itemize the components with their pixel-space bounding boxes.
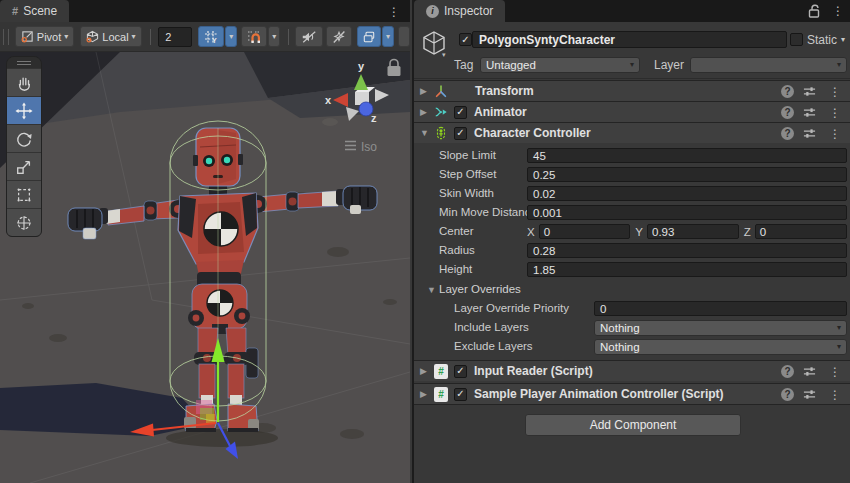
static-checkbox[interactable] xyxy=(790,33,803,46)
move-tool-button[interactable] xyxy=(7,96,41,124)
layer-override-priority-field[interactable]: 0 xyxy=(594,301,847,316)
center-z-field[interactable]: 0 xyxy=(755,224,847,239)
slope-limit-field[interactable]: 45 xyxy=(527,148,847,163)
toolbar-drag-handle-icon[interactable] xyxy=(3,29,9,45)
hand-tool-button[interactable] xyxy=(7,68,41,96)
component-menu-kebab-icon[interactable]: ⋮ xyxy=(825,105,845,121)
help-icon[interactable]: ? xyxy=(781,85,794,98)
height-field[interactable]: 1.85 xyxy=(527,262,847,277)
help-icon[interactable]: ? xyxy=(781,365,794,378)
unity-editor: # Scene ⋮ Pivot ▾ Lo xyxy=(0,0,850,483)
scene-visibility-button[interactable] xyxy=(357,26,381,47)
snap-options-dropdown[interactable]: ▾ xyxy=(268,26,280,47)
component-header-animator[interactable]: ▶ ✓ Animator ? ⋮ xyxy=(414,101,850,122)
icon-picker-chevron[interactable]: ▾ xyxy=(442,51,446,59)
chevron-down-icon: ▾ xyxy=(229,33,233,41)
transform-tool-button[interactable] xyxy=(7,208,41,236)
property-row-skin-width: Skin Width 0.02 xyxy=(414,185,850,204)
property-row-radius: Radius 0.28 xyxy=(414,242,850,261)
tab-scene[interactable]: # Scene xyxy=(0,0,69,22)
rotate-tool-button[interactable] xyxy=(7,124,41,152)
presets-icon[interactable] xyxy=(803,85,816,98)
component-header-character-controller[interactable]: ▼ ✓ Character Controller ? ⋮ xyxy=(414,122,850,143)
property-row-slope-limit: Slope Limit 45 xyxy=(414,147,850,166)
component-header-sample-player-animation-controller[interactable]: ▶ # ✓ Sample Player Animation Controller… xyxy=(414,383,850,404)
foldout-icon[interactable]: ▶ xyxy=(420,366,430,376)
visibility-options-dropdown[interactable]: ▾ xyxy=(382,26,394,47)
scene-effects-muted-button[interactable] xyxy=(326,26,352,47)
snap-settings-button[interactable] xyxy=(241,26,267,47)
component-label: Transform xyxy=(475,84,534,98)
tab-inspector[interactable]: i Inspector xyxy=(414,0,505,22)
grid-options-dropdown[interactable]: ▾ xyxy=(225,26,237,47)
input-reader-enabled-checkbox[interactable]: ✓ xyxy=(454,365,467,378)
component-menu-kebab-icon[interactable]: ⋮ xyxy=(825,387,845,403)
chevron-down-icon: ▾ xyxy=(272,33,276,41)
scale-tool-button[interactable] xyxy=(7,152,41,180)
component-header-input-reader[interactable]: ▶ # ✓ Input Reader (Script) ? ⋮ xyxy=(414,360,850,381)
script-icon: # xyxy=(433,386,449,402)
foldout-icon[interactable]: ▶ xyxy=(420,86,430,96)
scene-menu-kebab-icon[interactable]: ⋮ xyxy=(384,4,404,20)
property-row-center: Center X 0 Y 0.93 Z 0 xyxy=(414,223,850,242)
presets-icon[interactable] xyxy=(803,127,816,140)
skin-width-field[interactable]: 0.02 xyxy=(527,186,847,201)
iso-label: Iso xyxy=(361,140,377,154)
unlock-icon[interactable] xyxy=(808,4,820,18)
exclude-layers-dropdown[interactable]: Nothing ▾ xyxy=(594,339,847,355)
include-layers-dropdown[interactable]: Nothing ▾ xyxy=(594,320,847,336)
animator-icon xyxy=(433,104,449,120)
presets-icon[interactable] xyxy=(803,106,816,119)
static-options-chevron[interactable]: ▾ xyxy=(841,36,845,44)
tag-dropdown[interactable]: Untagged ▾ xyxy=(480,57,640,73)
add-component-button[interactable]: Add Component xyxy=(525,414,741,436)
inspector-tabbar: i Inspector ⋮ xyxy=(414,0,850,22)
grid-visibility-button[interactable]: Y xyxy=(198,26,224,47)
chevron-down-icon: ▾ xyxy=(386,33,390,41)
clipped-toolbar-button[interactable] xyxy=(398,26,410,47)
center-x-field[interactable]: 0 xyxy=(539,224,631,239)
component-header-transform[interactable]: ▶ Transform ? ⋮ xyxy=(414,80,850,101)
inspector-menu-kebab-icon[interactable]: ⋮ xyxy=(828,3,848,19)
center-y-field[interactable]: 0.93 xyxy=(647,224,739,239)
move-icon xyxy=(15,102,33,120)
component-menu-kebab-icon[interactable]: ⋮ xyxy=(825,126,845,142)
presets-icon[interactable] xyxy=(803,365,816,378)
chevron-down-icon: ▾ xyxy=(132,33,136,41)
component-menu-kebab-icon[interactable]: ⋮ xyxy=(825,84,845,100)
foldout-icon[interactable]: ▼ xyxy=(420,128,430,138)
component-menu-kebab-icon[interactable]: ⋮ xyxy=(825,364,845,380)
gameobject-name-field[interactable]: PolygonSyntyCharacter xyxy=(472,31,787,48)
help-icon[interactable]: ? xyxy=(781,106,794,119)
layer-overrides-foldout[interactable]: ▼ Layer Overrides xyxy=(414,281,850,300)
scene-tabbar: # Scene ⋮ xyxy=(0,0,410,22)
animator-enabled-checkbox[interactable]: ✓ xyxy=(454,106,467,119)
scene-audio-muted-button[interactable] xyxy=(295,26,323,47)
foldout-icon[interactable]: ▶ xyxy=(420,389,430,399)
layer-dropdown[interactable]: ▾ xyxy=(690,57,847,73)
pivot-icon xyxy=(21,30,34,43)
help-icon[interactable]: ? xyxy=(781,127,794,140)
foldout-icon[interactable]: ▶ xyxy=(420,107,430,117)
cc-enabled-checkbox[interactable]: ✓ xyxy=(454,127,467,140)
rect-tool-button[interactable] xyxy=(7,180,41,208)
step-offset-field[interactable]: 0.25 xyxy=(527,167,847,182)
local-cube-icon xyxy=(86,30,99,43)
pivot-mode-button[interactable]: Pivot ▾ xyxy=(15,26,74,47)
plane-handle xyxy=(206,414,215,423)
active-checkbox[interactable]: ✓ xyxy=(459,33,472,46)
sample-player-enabled-checkbox[interactable]: ✓ xyxy=(454,388,467,401)
component-label: Character Controller xyxy=(474,126,591,140)
hand-icon xyxy=(15,74,33,92)
radius-field[interactable]: 0.28 xyxy=(527,243,847,258)
effects-muted-icon xyxy=(332,30,346,44)
presets-icon[interactable] xyxy=(803,388,816,401)
help-icon[interactable]: ? xyxy=(781,388,794,401)
palette-drag-handle[interactable] xyxy=(7,57,41,68)
grid-size-field[interactable]: 2 xyxy=(158,27,192,47)
axis-label-x: x xyxy=(325,94,332,106)
handle-rotation-button[interactable]: Local ▾ xyxy=(80,26,141,47)
min-move-distance-field[interactable]: 0.001 xyxy=(527,205,847,220)
scene-viewport[interactable]: y x z Iso xyxy=(0,52,410,483)
magnet-snap-icon xyxy=(247,30,261,44)
